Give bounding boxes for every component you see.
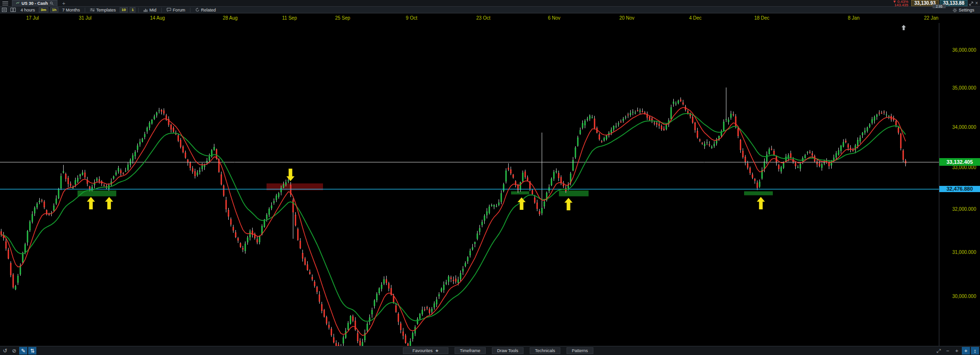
tab-bar: US 30 - Cash + ▼ 0.43% 143.435 33,130.93… [0,0,980,7]
current-price-label: 33,132.405 [939,158,980,166]
change-absolute: 143.435 [892,3,908,7]
bottom-menu-draw-tools[interactable]: Draw Tools [492,347,523,354]
chart-toolbar: 4 hours 3m 1h 7 Months Templates 10 1 Mi… [0,7,980,13]
trading-platform-window: US 30 - Cash + ▼ 0.43% 143.435 33,130.93… [0,0,980,355]
date-label: 8 Jan [848,15,859,21]
bullish-arrow-annotation[interactable] [87,197,95,211]
tab-title: US 30 - Cash [22,1,48,6]
gear-icon [953,8,957,12]
bottom-menu-technicals[interactable]: Technicals [530,347,560,354]
quote-change: ▼ 0.43% 143.435 [892,0,908,7]
bottom-menu-label: Technicals [535,348,555,353]
bearish-arrow-annotation[interactable] [286,169,295,183]
time-axis[interactable]: 17 Jul31 Jul14 Aug28 Aug11 Sep25 Sep9 Oc… [0,13,980,23]
forum-button[interactable]: Forum [164,7,188,13]
expand-window-icon[interactable] [968,0,974,6]
date-label: 11 Sep [282,15,297,21]
price-tick-label: 35,000.000 [952,85,976,91]
pencil-draw-icon[interactable]: ✎ [19,347,27,355]
new-tab-button[interactable]: + [62,0,65,7]
favourites-star-icon: ★ [435,348,439,353]
date-label: 18 Dec [754,15,769,21]
bottom-toolbar: Favourites★TimeframeDraw ToolsTechnicals… [0,346,980,355]
toolbar-separator [85,8,85,12]
toolbar-separator [161,8,162,12]
mid-price-button[interactable]: Mid [141,7,159,13]
range-button[interactable]: 7 Months [59,7,83,13]
toolbar-separator [190,8,190,12]
price-tick-label: 30,000.000 [952,294,976,299]
date-label: 4 Dec [689,15,702,21]
timeframe-chip-3m[interactable]: 3m [39,7,48,12]
chart-type-icon [16,1,20,5]
list-panel-icon[interactable] [0,7,9,13]
bottom-menu-patterns[interactable]: Patterns [567,347,593,354]
spread-badge: 2.95 [933,4,946,8]
forum-icon [167,8,171,12]
bottom-menu-label: Patterns [572,348,588,353]
price-tick-label: 31,000.000 [952,249,976,254]
date-label: 6 Nov [548,15,560,21]
price-tick-label: 36,000.000 [952,47,976,53]
price-chart-canvas[interactable] [0,23,939,346]
scroll-to-latest-marker[interactable] [901,24,907,33]
zoom-in-icon[interactable]: + [953,347,961,355]
date-label: 14 Aug [150,15,165,21]
price-axis[interactable]: 36,000.00035,000.00034,000.00033,000.000… [939,23,980,346]
zoom-out-icon[interactable]: − [944,347,952,355]
drawn-line-price-label[interactable]: 32,476.880 [939,186,980,192]
toolbar-separator [138,8,139,12]
fit-vertical-icon[interactable]: ↕ [971,347,979,355]
crosshair-icon[interactable]: + [962,347,970,355]
bottom-menu-favourites[interactable]: Favourites★ [403,347,448,354]
instrument-tab[interactable]: US 30 - Cash [12,0,57,7]
bottom-menu-timeframe[interactable]: Timeframe [455,347,486,354]
price-tick-label: 32,000.000 [952,206,976,212]
bottom-menu-label: Timeframe [460,348,480,353]
grid-chip-10[interactable]: 10 [120,7,128,12]
bullish-arrow-annotation[interactable] [517,197,526,212]
mid-price-icon [144,8,148,12]
templates-icon [90,8,95,12]
bullish-arrow-annotation[interactable] [564,198,573,212]
settings-button[interactable]: Settings [950,7,977,13]
main-menu-icon[interactable] [2,1,8,5]
price-tick-label: 34,000.000 [952,125,976,130]
timeframe-chip-1h[interactable]: 1h [50,7,58,12]
bottom-menu-label: Favourites [412,348,433,353]
date-label: 25 Sep [335,15,350,21]
date-label: 9 Oct [406,15,417,21]
date-label: 28 Aug [223,15,237,21]
undo-icon[interactable]: ↺ [1,347,9,355]
bottom-menu-label: Draw Tools [497,348,518,353]
search-icon[interactable] [50,1,54,5]
close-window-icon[interactable]: × [974,0,980,6]
auto-fit-icon[interactable]: ⤢ [935,347,943,355]
sort-price-icon[interactable]: ⇅ [28,347,36,355]
date-label: 17 Jul [26,15,39,21]
timeframe-button[interactable]: 4 hours [18,7,38,13]
bullish-arrow-annotation[interactable] [757,197,765,211]
templates-button[interactable]: Templates [87,7,119,13]
tool-menu-group: Favourites★TimeframeDraw ToolsTechnicals… [403,347,593,354]
pages-icon[interactable] [9,7,18,13]
date-label: 20 Nov [619,15,635,21]
grid-chip-1[interactable]: 1 [130,7,135,12]
disable-drawings-icon[interactable]: ⊘ [10,347,18,355]
related-icon [195,8,200,12]
related-button[interactable]: Related [192,7,219,13]
date-label: 31 Jul [79,15,92,21]
bullish-arrow-annotation[interactable] [105,197,113,211]
date-label: 23 Oct [476,15,490,21]
date-label: 22 Jan [924,15,938,21]
